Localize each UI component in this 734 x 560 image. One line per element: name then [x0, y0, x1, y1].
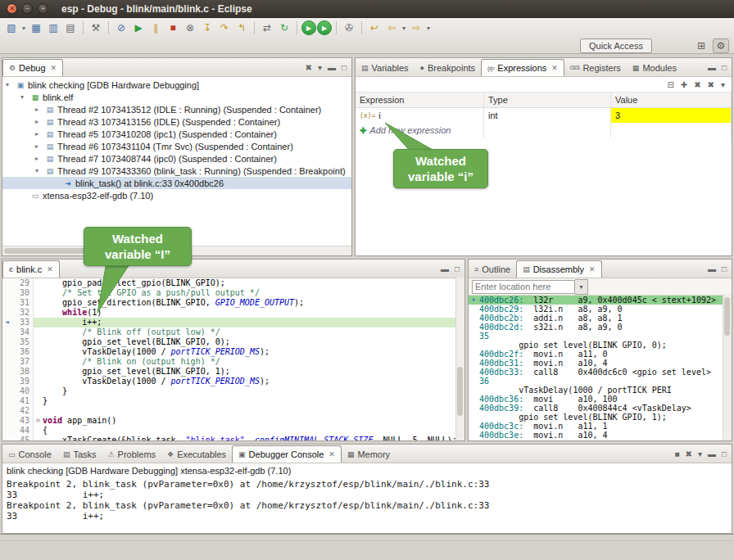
column-header[interactable]: Value — [611, 93, 732, 107]
forward-dropdown-icon[interactable]: ▾ — [425, 20, 432, 36]
code-line[interactable]: 36 vTaskDelay(1000 / portTICK_PERIOD_MS)… — [2, 347, 456, 357]
fold-icon[interactable] — [34, 367, 43, 377]
debug-tree-row[interactable]: ▭ xtensa-esp32-elf-gdb (7.10) — [2, 189, 351, 201]
debug-perspective-icon[interactable]: ⚙ — [713, 38, 729, 53]
resume-icon[interactable]: ▶ — [130, 20, 147, 36]
minimize-icon[interactable]: ▬ — [708, 63, 716, 72]
remove-all-expressions-icon[interactable]: ✖ — [708, 80, 714, 89]
disassembly-row[interactable]: 400dbc3c: movi.n a11, 1 — [469, 422, 723, 431]
code-line[interactable]: 32 while(1) — [2, 308, 456, 318]
debug-tree-row[interactable]: ▸ ▤ Thread #3 1073413156 (IDLE) (Suspend… — [2, 115, 351, 128]
fold-icon[interactable] — [34, 396, 43, 406]
code-line[interactable]: 39 vTaskDelay(1000 / portTICK_PERIOD_MS)… — [2, 377, 456, 386]
line-number[interactable]: 30 — [12, 288, 34, 298]
expression-row[interactable]: (x)= i int 3 — [356, 108, 732, 123]
fold-icon[interactable] — [34, 327, 43, 337]
debug-tree-row[interactable]: ▾ ▦ blink.elf — [2, 91, 351, 103]
minimize-icon[interactable]: ▬ — [708, 264, 716, 273]
skip-breakpoints-icon[interactable]: ⊘ — [113, 20, 129, 36]
minimize-icon[interactable]: ▬ — [328, 63, 336, 72]
toolbar-separator[interactable] — [254, 21, 255, 34]
maximize-icon[interactable]: □ — [722, 264, 727, 273]
disassembly-row[interactable]: 400dbc3e: movi.n a10, 4 — [469, 431, 723, 440]
fold-icon[interactable] — [34, 406, 43, 416]
line-number[interactable]: 45 — [12, 436, 34, 441]
view-menu-icon[interactable]: ▾ — [721, 80, 725, 89]
step-return-icon[interactable]: ↰ — [233, 20, 250, 36]
tab-modules[interactable]: ▦ Modules — [627, 59, 682, 76]
instruction-pointer-icon[interactable] — [2, 327, 12, 337]
expander-icon[interactable]: ▸ — [35, 155, 44, 162]
add-expression-icon[interactable]: ✚ — [681, 80, 687, 89]
window-close-icon[interactable]: ✕ — [7, 3, 17, 14]
instruction-pointer-icon[interactable] — [2, 347, 12, 357]
fold-icon[interactable] — [34, 426, 43, 436]
line-number[interactable]: 44 — [12, 426, 34, 436]
instruction-pointer-icon[interactable] — [2, 426, 12, 436]
disassembly-row[interactable]: 400dbc40: call8 0x400dc6c0 <gpio_set_lev… — [469, 440, 723, 441]
code-line[interactable]: 45 xTaskCreate(&blink_task, "blink_task"… — [2, 436, 456, 441]
expander-icon[interactable]: ▾ — [20, 93, 29, 101]
disassembly-row[interactable]: 400dbc33: call8 0x400dc6c0 <gpio_set_lev… — [469, 368, 723, 377]
disassembly-row[interactable]: 36 — [469, 377, 723, 386]
instruction-pointer-icon[interactable] — [2, 416, 12, 426]
debug-tree-row[interactable]: ▾ ▤ Thread #9 1073433360 (blink_task : R… — [2, 165, 351, 177]
fold-icon[interactable] — [34, 308, 43, 318]
build-icon[interactable]: ⚒ — [88, 20, 104, 36]
back-icon[interactable]: ⇦ — [383, 20, 400, 36]
minimize-icon[interactable]: ▬ — [708, 449, 716, 458]
line-number[interactable]: 33 — [12, 318, 34, 327]
disassembly-row[interactable]: 400dbc36: movi a10, 100 — [469, 395, 723, 404]
tab-breakpoints[interactable]: ● Breakpoints — [415, 59, 482, 76]
add-expression-row[interactable]: ✚ Add new expression — [356, 123, 732, 138]
tab-close-icon[interactable]: ✕ — [328, 450, 335, 458]
instruction-pointer-icon[interactable] — [2, 436, 12, 441]
instruction-stepping-icon[interactable]: ⇄ — [259, 20, 275, 36]
debug-tree-row[interactable]: ▸ ▤ Thread #7 1073408744 (ipc0) (Suspend… — [2, 152, 351, 165]
disassembly-row[interactable]: gpio_set_level(BLINK_GPIO, 0); — [469, 341, 723, 350]
external-tools-icon[interactable]: ▶ — [317, 20, 332, 35]
code-line[interactable]: 35 gpio_set_level(BLINK_GPIO, 0); — [2, 337, 456, 347]
instruction-pointer-icon[interactable] — [2, 396, 12, 406]
line-number[interactable]: 31 — [12, 298, 34, 308]
tab-memory[interactable]: ▦ Memory — [342, 445, 396, 463]
tab-blink-c[interactable]: c blink.c ✕ — [2, 260, 60, 278]
expander-icon[interactable]: ▸ — [35, 142, 44, 150]
tab-variables[interactable]: ▤ Variables — [356, 59, 415, 76]
disconnect-icon[interactable]: ⊗ — [182, 20, 198, 36]
view-menu-icon[interactable]: ▾ — [318, 63, 322, 72]
maximize-icon[interactable]: □ — [342, 63, 347, 72]
disassembly-row[interactable]: 400dbc39: call8 0x400844c4 <vTaskDelay> — [469, 404, 723, 413]
tab-close-icon[interactable]: ✕ — [51, 64, 57, 72]
toolbar-separator[interactable] — [336, 21, 337, 34]
collapse-all-icon[interactable]: ⊟ — [667, 80, 673, 89]
code-line[interactable]: 38 gpio_set_level(BLINK_GPIO, 1); — [2, 367, 456, 377]
line-number[interactable]: 34 — [12, 327, 34, 337]
expander-icon[interactable]: ▾ — [35, 167, 44, 174]
expander-icon[interactable]: ▾ — [6, 81, 15, 88]
disassembly-row[interactable]: vTaskDelay(1000 / portTICK_PERI — [469, 386, 723, 395]
last-edit-location-icon[interactable]: ↩ — [366, 20, 383, 36]
remove-launch-icon[interactable]: ✖ — [686, 449, 692, 458]
minimize-icon[interactable]: ▬ — [441, 264, 449, 273]
step-into-icon[interactable]: ↧ — [199, 20, 215, 36]
fold-icon[interactable] — [34, 278, 43, 288]
instruction-pointer-icon[interactable]: ➜ — [2, 318, 12, 327]
disassembly-row[interactable]: 400dbc31: movi.n a10, 4 — [469, 359, 723, 368]
line-number[interactable]: 39 — [12, 377, 34, 386]
suspend-icon[interactable]: ∥ — [147, 20, 164, 36]
instruction-pointer-icon[interactable] — [2, 377, 12, 386]
new-wizard-icon[interactable]: ▧ — [3, 20, 20, 36]
maximize-icon[interactable]: □ — [722, 63, 727, 72]
fold-icon[interactable] — [34, 436, 43, 441]
terminate-icon[interactable]: ■ — [674, 449, 679, 458]
line-number[interactable]: 37 — [12, 357, 34, 367]
disassembly-row[interactable]: 35 — [469, 332, 723, 341]
fold-icon[interactable] — [34, 347, 43, 357]
disassembly-scrollbar[interactable] — [723, 294, 732, 440]
tab-console[interactable]: ▭ Console — [2, 445, 57, 463]
debug-tree-row[interactable]: ▸ ▤ Thread #5 1073410208 (ipc1) (Suspend… — [2, 128, 351, 140]
expander-icon[interactable]: ▸ — [35, 106, 44, 113]
maximize-icon[interactable]: □ — [455, 264, 460, 273]
fold-icon[interactable] — [34, 318, 43, 327]
